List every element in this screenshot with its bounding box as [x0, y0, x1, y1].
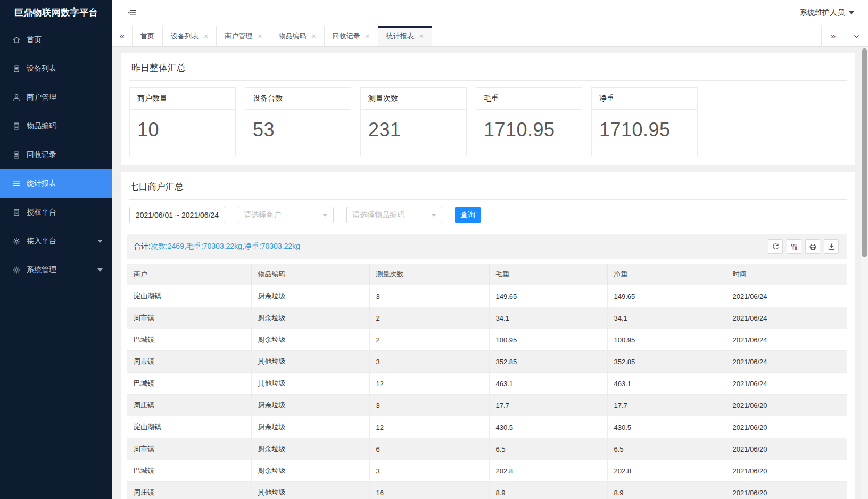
table-cell: 淀山湖镇	[127, 416, 251, 438]
table-row[interactable]: 周庄镇厨余垃圾317.717.72021/06/20	[127, 395, 847, 416]
table-cell: 周庄镇	[127, 395, 251, 416]
doc-icon	[12, 208, 21, 217]
sidebar-item-system-management[interactable]: 系统管理	[0, 256, 112, 284]
card-value: 53	[245, 110, 351, 156]
seven-day-report-title: 七日商户汇总	[129, 179, 847, 200]
tab-close-icon[interactable]: ×	[311, 32, 316, 40]
table-header: 商户物品编码测量次数毛重净重时间	[127, 264, 847, 285]
tabs-collapse-button[interactable]	[845, 26, 868, 46]
card-label: 毛重	[476, 88, 582, 110]
table-cell: 3	[369, 395, 489, 416]
tabs-scroll-left-button[interactable]: «	[112, 26, 133, 46]
table-cell: 8.9	[489, 482, 607, 499]
user-menu-label: 系统维护人员	[800, 8, 845, 18]
table-cell: 2	[369, 329, 489, 351]
table-cell: 430.5	[489, 416, 607, 438]
card-label: 设备台数	[245, 88, 351, 110]
tab-merchant-management[interactable]: 商户管理×	[217, 26, 270, 46]
caret-down-icon	[97, 268, 103, 272]
export-button[interactable]	[824, 239, 839, 254]
sidebar-item-label: 商户管理	[27, 93, 56, 102]
tab-home[interactable]: 首页	[133, 26, 163, 46]
table-cell: 厨余垃圾	[251, 307, 369, 329]
table-row[interactable]: 周市镇其他垃圾3352.85352.852021/06/24	[127, 351, 847, 373]
item-code-select[interactable]: 请选择物品编码	[346, 207, 442, 223]
table-row[interactable]: 淀山湖镇厨余垃圾12430.5430.52021/06/20	[127, 416, 847, 438]
user-menu[interactable]: 系统维护人员	[800, 8, 854, 18]
tab-device-list[interactable]: 设备列表×	[163, 26, 217, 46]
table-cell: 2021/06/20	[726, 482, 847, 499]
sidebar-item-device-list[interactable]: 设备列表	[0, 54, 112, 83]
columns-button[interactable]	[787, 239, 801, 254]
table-row[interactable]: 巴城镇其他垃圾12463.1463.12021/06/24	[127, 373, 847, 395]
table-row[interactable]: 周市镇厨余垃圾234.134.12021/06/24	[127, 307, 847, 329]
tab-close-icon[interactable]: ×	[258, 32, 262, 40]
gear-icon	[12, 266, 21, 274]
tab-close-icon[interactable]: ×	[204, 32, 208, 40]
totals-value: 次数:2469,毛重:70303.22kg,净重:70303.22kg	[151, 242, 300, 250]
query-button[interactable]: 查询	[455, 207, 481, 223]
table-cell: 周庄镇	[127, 482, 251, 499]
table-cell: 周市镇	[127, 307, 251, 329]
table-cell: 2021/06/24	[726, 285, 847, 307]
menu-fold-icon[interactable]	[127, 8, 137, 18]
print-button[interactable]	[805, 239, 820, 254]
table-cell: 巴城镇	[127, 373, 251, 395]
table-row[interactable]: 周市镇厨余垃圾66.56.52021/06/20	[127, 438, 847, 460]
scrollbar-thumb[interactable]	[862, 48, 867, 257]
sidebar-item-home[interactable]: 首页	[0, 26, 112, 54]
table-cell: 周市镇	[127, 438, 251, 460]
tab-close-icon[interactable]: ×	[419, 32, 424, 40]
summary-card: 商户数量 10	[129, 87, 236, 156]
yesterday-summary-title: 昨日整体汇总	[129, 61, 847, 81]
table-row[interactable]: 淀山湖镇厨余垃圾3149.65149.652021/06/24	[127, 285, 847, 307]
table-cell: 463.1	[607, 373, 726, 395]
report-table: 商户物品编码测量次数毛重净重时间 淀山湖镇厨余垃圾3149.65149.6520…	[127, 264, 847, 499]
table-cell: 149.65	[489, 285, 607, 307]
tab-close-icon[interactable]: ×	[366, 32, 370, 40]
tab-list: 首页设备列表×商户管理×物品编码×回收记录×统计报表×	[133, 26, 432, 46]
tab-item-code[interactable]: 物品编码×	[270, 26, 324, 46]
summary-card: 毛重 1710.95	[476, 87, 582, 156]
table-cell: 2021/06/20	[726, 438, 847, 460]
sidebar-item-merchant-management[interactable]: 商户管理	[0, 83, 112, 112]
sidebar-item-statistics-report[interactable]: 统计报表	[0, 169, 112, 198]
app-window: 巨鼎物联网数字平台 首页设备列表商户管理物品编码回收记录统计报表授权平台接入平台…	[0, 0, 868, 499]
tab-statistics-report[interactable]: 统计报表×	[378, 26, 432, 46]
sidebar-item-auth-platform[interactable]: 授权平台	[0, 198, 112, 227]
caret-down-icon	[849, 11, 854, 14]
table-cell: 2021/06/24	[726, 329, 847, 351]
table-cell: 其他垃圾	[251, 351, 369, 373]
tab-recycle-records[interactable]: 回收记录×	[325, 26, 378, 46]
filter-bar: 请选择商户 请选择物品编码 查询	[129, 207, 847, 223]
tab-bar: « 首页设备列表×商户管理×物品编码×回收记录×统计报表× »	[112, 26, 868, 47]
app-title: 巨鼎物联网数字平台	[0, 0, 112, 26]
table-cell: 17.7	[607, 395, 726, 416]
table-cell: 352.85	[489, 351, 607, 373]
merchant-select[interactable]: 请选择商户	[238, 207, 334, 223]
card-label: 净重	[592, 88, 697, 110]
table-cell: 8.9	[607, 482, 726, 499]
table-cell: 2021/06/20	[726, 460, 847, 482]
columns-icon	[790, 243, 798, 251]
table-cell: 100.95	[607, 329, 726, 351]
table-cell: 352.85	[607, 351, 726, 373]
column-header: 毛重	[489, 264, 607, 285]
refresh-button[interactable]	[768, 239, 783, 254]
sidebar-item-item-code[interactable]: 物品编码	[0, 112, 112, 141]
tabs-scroll-right-button[interactable]: »	[821, 26, 845, 46]
doc-icon	[12, 64, 21, 73]
sidebar-item-label: 授权平台	[27, 208, 56, 217]
table-row[interactable]: 周庄镇其他垃圾168.98.92021/06/20	[127, 482, 847, 499]
table-row[interactable]: 巴城镇厨余垃圾2100.95100.952021/06/24	[127, 329, 847, 351]
table-row[interactable]: 巴城镇厨余垃圾3202.8202.82021/06/20	[127, 460, 847, 482]
user-icon	[12, 93, 21, 102]
date-range-input[interactable]	[129, 207, 225, 223]
sidebar-item-recycle-records[interactable]: 回收记录	[0, 141, 112, 169]
table-cell: 厨余垃圾	[251, 438, 369, 460]
table-cell: 周市镇	[127, 351, 251, 373]
tab-label: 设备列表	[171, 31, 199, 41]
card-value: 1710.95	[592, 110, 697, 156]
caret-down-icon	[323, 214, 328, 217]
sidebar-item-access-platform[interactable]: 接入平台	[0, 227, 112, 256]
